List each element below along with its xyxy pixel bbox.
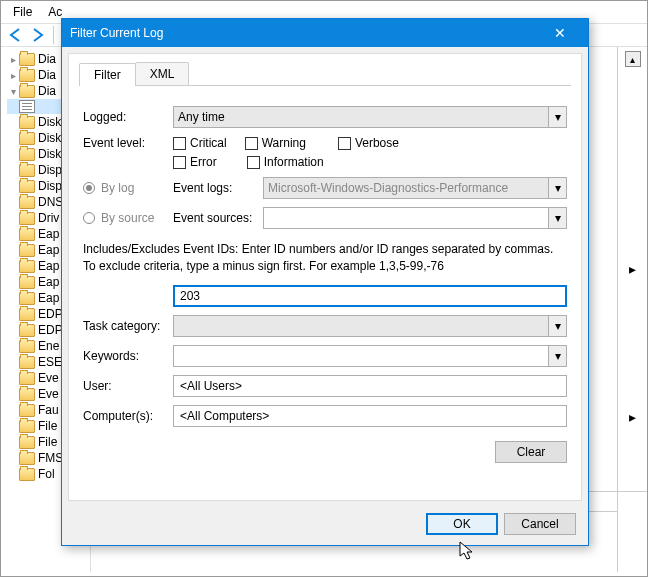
event-sources-combo[interactable]: ▾ bbox=[263, 207, 567, 229]
ok-button[interactable]: OK bbox=[426, 513, 498, 535]
back-icon[interactable] bbox=[7, 27, 25, 43]
event-id-field[interactable] bbox=[178, 286, 562, 306]
chevron-down-icon: ▾ bbox=[548, 346, 566, 366]
label-event-level: Event level: bbox=[83, 136, 173, 150]
label-user: User: bbox=[83, 379, 173, 393]
dialog-titlebar[interactable]: Filter Current Log ✕ bbox=[62, 19, 588, 47]
close-icon[interactable]: ✕ bbox=[540, 25, 580, 41]
tab-filter[interactable]: Filter bbox=[79, 63, 136, 86]
label-logged: Logged: bbox=[83, 110, 173, 124]
forward-icon[interactable] bbox=[29, 27, 47, 43]
keywords-combo[interactable]: ▾ bbox=[173, 345, 567, 367]
expand-icon-2[interactable]: ▸ bbox=[623, 403, 642, 431]
chk-warning[interactable]: Warning bbox=[245, 136, 306, 150]
chevron-down-icon: ▾ bbox=[548, 208, 566, 228]
label-event-sources: Event sources: bbox=[173, 211, 263, 225]
chk-error[interactable]: Error bbox=[173, 155, 217, 169]
label-computers: Computer(s): bbox=[83, 409, 173, 423]
menu-file[interactable]: File bbox=[5, 3, 40, 21]
user-input[interactable] bbox=[173, 375, 567, 397]
tab-xml[interactable]: XML bbox=[135, 62, 190, 85]
task-category-combo: ▾ bbox=[173, 315, 567, 337]
chk-verbose[interactable]: Verbose bbox=[338, 136, 399, 150]
radio-by-source: By source bbox=[83, 211, 173, 225]
event-id-input[interactable] bbox=[173, 285, 567, 307]
label-task-category: Task category: bbox=[83, 319, 173, 333]
clear-button[interactable]: Clear bbox=[495, 441, 567, 463]
filter-dialog: Filter Current Log ✕ Filter XML Logged: … bbox=[61, 18, 589, 546]
event-logs-combo: Microsoft-Windows-Diagnostics-Performanc… bbox=[263, 177, 567, 199]
chevron-down-icon: ▾ bbox=[548, 178, 566, 198]
event-id-help: Includes/Excludes Event IDs: Enter ID nu… bbox=[83, 241, 567, 275]
expand-icon[interactable]: ▸ bbox=[623, 255, 642, 283]
radio-by-log: By log bbox=[83, 181, 173, 195]
dialog-tabs: Filter XML bbox=[79, 62, 571, 86]
chk-information[interactable]: Information bbox=[247, 155, 324, 169]
computers-input[interactable] bbox=[173, 405, 567, 427]
cancel-button[interactable]: Cancel bbox=[504, 513, 576, 535]
label-keywords: Keywords: bbox=[83, 349, 173, 363]
chevron-down-icon: ▾ bbox=[548, 316, 566, 336]
logged-combo[interactable]: Any time ▾ bbox=[173, 106, 567, 128]
label-event-logs: Event logs: bbox=[173, 181, 263, 195]
dialog-title: Filter Current Log bbox=[70, 26, 540, 40]
scroll-up-button[interactable]: ▴ bbox=[625, 51, 641, 67]
chk-critical[interactable]: Critical bbox=[173, 136, 227, 150]
chevron-down-icon: ▾ bbox=[548, 107, 566, 127]
